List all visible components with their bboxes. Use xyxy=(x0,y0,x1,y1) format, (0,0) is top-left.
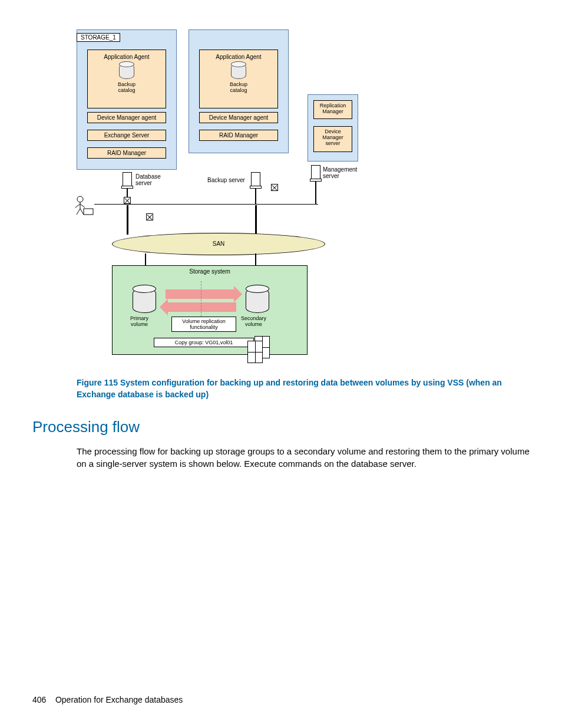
footer-title: Operation for Exchange databases xyxy=(55,695,183,704)
user-icon xyxy=(72,195,95,218)
body-paragraph: The processing flow for backing up stora… xyxy=(77,445,530,470)
svg-rect-1 xyxy=(84,209,93,215)
primary-volume-label: Primary volume xyxy=(130,315,148,327)
port-icon xyxy=(146,213,153,220)
backup-catalog-label: Backup catalog xyxy=(90,81,163,93)
page-footer: 406 Operation for Exchange databases xyxy=(32,695,183,704)
copy-group-label: Copy group: VG01,vol01 xyxy=(154,338,254,347)
section-heading: Processing flow xyxy=(32,418,530,436)
san-line xyxy=(127,205,128,235)
disk-array-icon xyxy=(247,341,263,363)
conn-line xyxy=(315,182,316,204)
device-manager-server: Device Manager server xyxy=(313,126,352,152)
db-app-agent-box: Application Agent Backup catalog xyxy=(87,50,166,108)
network-line xyxy=(94,204,318,205)
bk-backup-catalog-label: Backup catalog xyxy=(202,81,275,93)
app-agent-label: Application Agent xyxy=(90,54,163,60)
replicate-arrow-left xyxy=(168,302,236,312)
san-line xyxy=(255,205,257,235)
bk-app-agent-label: Application Agent xyxy=(202,54,275,60)
conn-line xyxy=(255,189,256,204)
db-server-label: Database server xyxy=(135,173,161,186)
db-dm-agent: Device Manager agent xyxy=(87,112,166,123)
db-exchange-server: Exchange Server xyxy=(87,130,166,141)
volume-replication-label: Volume replication functionality xyxy=(171,317,236,332)
replicate-arrow-right xyxy=(166,289,234,299)
db-server-icon xyxy=(123,172,132,186)
bk-raid-manager: RAID Manager xyxy=(199,130,278,141)
mgmt-server-icon xyxy=(311,165,320,179)
storage-tag: STORAGE_1 xyxy=(77,33,120,42)
backup-server-icon xyxy=(251,172,260,186)
mgmt-server-label: Management server xyxy=(323,166,357,179)
bk-app-agent-box: Application Agent Backup catalog xyxy=(199,50,278,108)
port-icon xyxy=(124,197,131,204)
figure-caption: Figure 115 System configuration for back… xyxy=(77,377,530,400)
document-page: STORAGE_1 Application Agent Backup catal… xyxy=(0,0,562,728)
storage-title: Storage system xyxy=(113,268,307,275)
secondary-volume-label: Secondary volume xyxy=(241,315,266,327)
san-label: SAN xyxy=(112,233,325,255)
secondary-volume-icon xyxy=(246,288,269,313)
bk-dm-agent: Device Manager agent xyxy=(199,112,278,123)
primary-volume-icon xyxy=(133,288,156,313)
page-number: 406 xyxy=(32,695,46,704)
db-raid-manager: RAID Manager xyxy=(87,147,166,159)
system-diagram: STORAGE_1 Application Agent Backup catal… xyxy=(77,29,383,365)
backup-server-label: Backup server xyxy=(207,177,245,183)
svg-point-0 xyxy=(77,196,83,202)
storage-system: Storage system Primary volume Secondary … xyxy=(112,265,308,355)
port-icon xyxy=(271,184,278,191)
replication-manager: Replication Manager xyxy=(313,100,352,119)
